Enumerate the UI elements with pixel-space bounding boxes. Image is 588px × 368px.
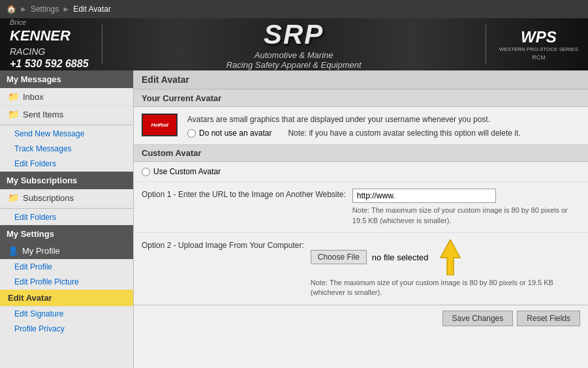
racing-text: RACING	[10, 46, 89, 57]
use-custom-row: Use Custom Avatar	[142, 167, 580, 176]
option2-control: Choose File no file selected Note: The m…	[311, 239, 580, 298]
my-settings-header: My Settings	[0, 225, 133, 243]
content-area: Edit Avatar Your Current Avatar HotRod A…	[134, 70, 588, 368]
banner-center: SRP Automotive & Marine Racing Safety Ap…	[106, 19, 482, 70]
sidebar-item-subscriptions[interactable]: 📁 Subscriptions	[0, 189, 133, 207]
save-changes-button[interactable]: Save Changes	[442, 311, 514, 326]
banner: Brice KENNER RACING +1 530 592 6885 SRP …	[0, 18, 588, 70]
kenner-text: KENNER	[10, 27, 89, 46]
option2-note: Note: The maximum size of your custom im…	[311, 278, 580, 298]
sidebar-profile-privacy[interactable]: Profile Privacy	[0, 322, 133, 337]
home-icon[interactable]: 🏠	[7, 5, 16, 14]
sidebar-edit-avatar[interactable]: Edit Avatar	[0, 290, 133, 307]
subscriptions-folder-icon: 📁	[8, 192, 19, 203]
do-not-use-radio[interactable]	[187, 129, 196, 138]
avatar-thumbnail: HotRod	[142, 114, 178, 136]
breadcrumb-settings[interactable]: Settings	[31, 5, 59, 14]
breadcrumb-arrow: ►	[62, 5, 70, 14]
do-not-use-label: Do not use an avatar	[199, 129, 271, 138]
inbox-folder-icon: 📁	[8, 91, 19, 102]
sidebar-edit-profile[interactable]: Edit Profile	[0, 260, 133, 275]
sidebar-item-my-profile[interactable]: 👤 My Profile	[0, 243, 133, 260]
avatar-delete-note: Note: if you have a custom avatar select…	[288, 129, 520, 138]
custom-avatar-section: Use Custom Avatar	[134, 162, 588, 176]
sidebar: My Messages 📁 Inbox 📁 Sent Items Send Ne…	[0, 70, 134, 368]
use-custom-radio[interactable]	[142, 168, 150, 176]
tagline2: Racing Safety Apparel & Equipment	[226, 60, 362, 70]
edit-avatar-label: Edit Avatar	[8, 293, 52, 303]
use-custom-label: Use Custom Avatar	[153, 167, 221, 176]
tagline1: Automotive & Marine	[255, 50, 333, 60]
sidebar-edit-profile-picture[interactable]: Edit Profile Picture	[0, 275, 133, 290]
inbox-label: Inbox	[23, 92, 44, 102]
sent-label: Sent Items	[23, 110, 63, 119]
sidebar-item-sent[interactable]: 📁 Sent Items	[0, 106, 133, 123]
banner-right-logo: WPS WESTERN PRO-STOCK SERIES RCM	[489, 23, 588, 66]
main-layout: My Messages 📁 Inbox 📁 Sent Items Send Ne…	[0, 70, 588, 368]
my-profile-label: My Profile	[22, 246, 60, 256]
file-upload-row: Choose File no file selected	[311, 239, 580, 275]
sent-folder-icon: 📁	[8, 109, 19, 119]
phone-text: +1 530 592 6885	[10, 57, 89, 70]
option1-note: Note: The maximum size of your custom im…	[352, 206, 580, 226]
wps-subtitle: WESTERN PRO-STOCK SERIES	[499, 46, 578, 52]
sidebar-send-new-message[interactable]: Send New Message	[0, 127, 133, 142]
sidebar-edit-folders-messages[interactable]: Edit Folders	[0, 157, 133, 172]
wps-logo: WPS	[499, 28, 578, 46]
breadcrumb-separator: ►	[20, 5, 27, 14]
subscriptions-label: Subscriptions	[23, 193, 74, 203]
content-header: Edit Avatar	[134, 70, 588, 89]
srp-logo: SRP	[264, 19, 324, 50]
sidebar-item-inbox[interactable]: 📁 Inbox	[0, 88, 133, 106]
current-avatar-section-title: Your Current Avatar	[134, 89, 588, 107]
sidebar-edit-folders-subs[interactable]: Edit Folders	[0, 210, 133, 225]
rcm-text: RCM	[499, 54, 578, 61]
reset-fields-button[interactable]: Reset Fields	[517, 311, 580, 326]
option1-row: Option 1 - Enter the URL to the Image on…	[134, 181, 588, 232]
do-not-use-row: Do not use an avatar Note: if you have a…	[187, 129, 521, 138]
avatar-description: Avatars are small graphics that are disp…	[187, 114, 521, 126]
custom-avatar-section-title: Custom Avatar	[134, 144, 588, 162]
choose-file-button[interactable]: Choose File	[311, 250, 367, 264]
option2-label: Option 2 - Upload Image From Your Comput…	[142, 239, 304, 251]
option1-control: Note: The maximum size of your custom im…	[352, 189, 580, 226]
banner-left-logo: Brice KENNER RACING +1 530 592 6885	[0, 18, 99, 70]
option2-row: Option 2 - Upload Image From Your Comput…	[134, 232, 588, 305]
my-subscriptions-header: My Subscriptions	[0, 172, 133, 189]
my-messages-header: My Messages	[0, 70, 133, 88]
sidebar-track-messages[interactable]: Track Messages	[0, 142, 133, 157]
option1-label: Option 1 - Enter the URL to the Image on…	[142, 189, 346, 200]
breadcrumb-current: Edit Avatar	[73, 5, 111, 14]
top-bar: 🏠 ► Settings ► Edit Avatar	[0, 0, 588, 18]
content-footer: Save Changes Reset Fields	[134, 305, 588, 331]
no-file-selected: no file selected	[372, 253, 429, 262]
profile-user-icon: 👤	[8, 246, 18, 256]
sidebar-edit-signature[interactable]: Edit Signature	[0, 307, 133, 322]
url-input[interactable]	[352, 189, 496, 203]
svg-marker-0	[441, 239, 460, 275]
current-avatar-body: HotRod Avatars are small graphics that a…	[134, 107, 588, 144]
yellow-arrow-annotation	[437, 239, 463, 275]
